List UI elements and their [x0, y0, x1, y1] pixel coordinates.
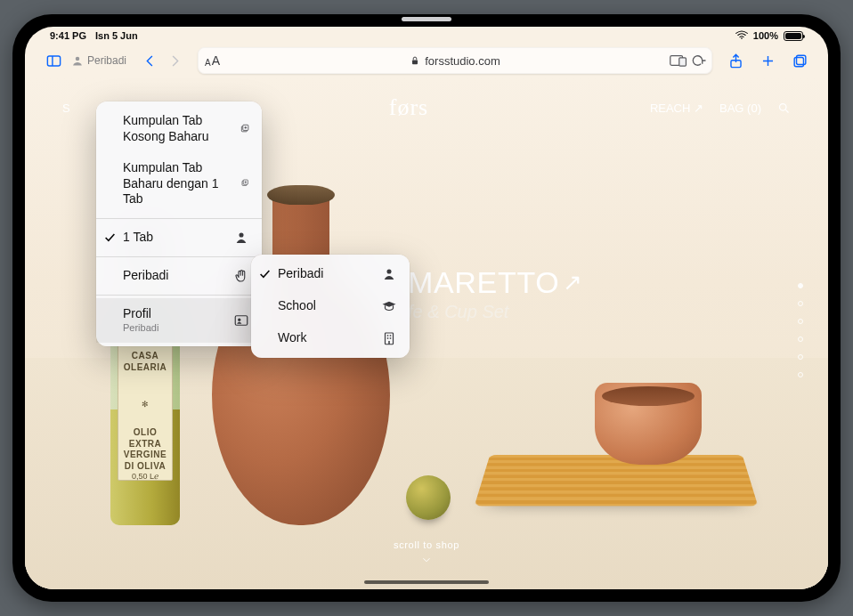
hero-title: MARETTO — [408, 265, 559, 300]
svg-rect-27 — [387, 335, 389, 336]
profile-option-peribadi[interactable]: Peribadi — [251, 258, 410, 290]
search-icon[interactable] — [777, 101, 791, 115]
svg-point-12 — [780, 103, 787, 110]
hand-icon — [233, 268, 249, 284]
profiles-submenu: Peribadi School Work — [251, 255, 410, 358]
menu-label: Profil — [123, 306, 151, 320]
menu-label: Kumpulan Tab Kosong Baharu — [123, 113, 229, 144]
address-bar[interactable]: AA forsstudio.com — [198, 47, 712, 74]
bottle-l4: 0,50 Lℯ — [122, 472, 168, 482]
site-brand[interactable]: førs — [205, 94, 613, 121]
svg-rect-28 — [390, 335, 392, 336]
svg-point-0 — [741, 37, 743, 39]
svg-rect-10 — [796, 55, 805, 64]
menu-private[interactable]: Peribadi — [96, 260, 262, 292]
reach-link[interactable]: REACH ↗ — [650, 101, 703, 115]
bg-cup — [595, 383, 702, 465]
building-icon — [381, 330, 397, 346]
menu-new-group-with-tab[interactable]: Kumpulan Tab Baharu dengan 1 Tab — [96, 152, 262, 215]
device-pill — [402, 17, 451, 21]
tabs-overview-button[interactable] — [787, 48, 812, 73]
menu-label: Peribadi — [123, 268, 168, 284]
graduation-cap-icon — [381, 298, 397, 314]
hero-subtitle: fe & Cup Set — [408, 302, 583, 322]
profile-label: Peribadi — [278, 266, 323, 282]
tab-group-plus-icon — [240, 121, 249, 137]
status-bar: 9:41 PG Isn 5 Jun 100% — [25, 27, 828, 43]
share-button[interactable] — [723, 48, 748, 73]
status-date: Isn 5 Jun — [95, 30, 138, 41]
profile-option-work[interactable]: Work — [251, 322, 410, 354]
new-tab-button[interactable] — [755, 48, 780, 73]
profile-label: School — [278, 298, 316, 314]
profile-indicator[interactable]: Peribadi — [71, 54, 126, 67]
checkmark-icon — [104, 231, 116, 243]
svg-point-25 — [386, 269, 391, 273]
battery-icon — [784, 31, 803, 41]
svg-rect-4 — [412, 60, 418, 64]
wifi-icon — [735, 30, 748, 42]
reload-button[interactable] — [691, 53, 707, 69]
screen: 9:41 PG Isn 5 Jun 100% Peribadi — [25, 27, 828, 589]
bg-fruit — [406, 475, 451, 520]
svg-point-24 — [238, 318, 240, 320]
back-button[interactable] — [137, 48, 162, 73]
ipad-frame: 9:41 PG Isn 5 Jun 100% Peribadi — [12, 14, 841, 602]
svg-point-3 — [76, 57, 79, 61]
svg-rect-11 — [794, 57, 803, 66]
checkmark-icon — [259, 269, 271, 280]
hero: MARETTO↗ fe & Cup Set — [408, 265, 583, 322]
profile-card-icon — [233, 312, 249, 328]
bg-cloth — [475, 455, 759, 507]
battery-pct: 100% — [753, 30, 778, 41]
profile-label: Work — [278, 330, 306, 346]
svg-rect-6 — [679, 58, 686, 66]
tab-group-plus-icon — [240, 175, 249, 191]
bag-link[interactable]: BAG (0) — [719, 101, 761, 115]
svg-rect-30 — [390, 337, 392, 339]
profile-option-school[interactable]: School — [251, 290, 410, 322]
tab-groups-menu: Kumpulan Tab Kosong Baharu Kumpulan Tab … — [96, 101, 262, 346]
url-host: forsstudio.com — [425, 54, 500, 68]
menu-new-empty-group[interactable]: Kumpulan Tab Kosong Baharu — [96, 105, 262, 152]
lock-icon — [410, 55, 420, 66]
scroll-cue-label: scroll to shop — [394, 539, 459, 550]
profile-indicator-label: Peribadi — [87, 54, 126, 67]
forward-button[interactable] — [162, 48, 187, 73]
reader-aA-button[interactable]: AA — [205, 53, 220, 68]
svg-rect-29 — [387, 337, 389, 339]
home-indicator[interactable] — [364, 580, 489, 584]
svg-point-22 — [239, 232, 243, 237]
bottle-brand: CASA OLEARIA — [122, 351, 168, 373]
svg-rect-1 — [47, 55, 60, 65]
menu-label: 1 Tab — [123, 230, 153, 246]
svg-line-13 — [785, 109, 788, 112]
person-icon — [381, 266, 397, 282]
person-icon — [233, 230, 249, 246]
safari-toolbar: Peribadi AA forsstudio.com — [25, 43, 828, 78]
scroll-cue[interactable]: scroll to shop — [394, 539, 459, 566]
clock: 9:41 PG — [50, 30, 86, 41]
page-dots[interactable] — [798, 283, 803, 377]
menu-sublabel: Peribadi — [123, 322, 158, 335]
menu-one-tab[interactable]: 1 Tab — [96, 222, 262, 254]
bottle-l3: DI OLIVA — [122, 461, 168, 473]
extensions-icon[interactable] — [670, 53, 687, 68]
menu-profile[interactable]: Profil Peribadi — [96, 298, 262, 343]
svg-rect-31 — [388, 341, 390, 344]
bottle-l1: OLIO EXTRA — [122, 427, 168, 450]
sidebar-toggle-button[interactable] — [41, 48, 66, 73]
menu-label: Kumpulan Tab Baharu dengan 1 Tab — [123, 160, 230, 207]
bottle-l2: VERGINE — [122, 450, 168, 461]
